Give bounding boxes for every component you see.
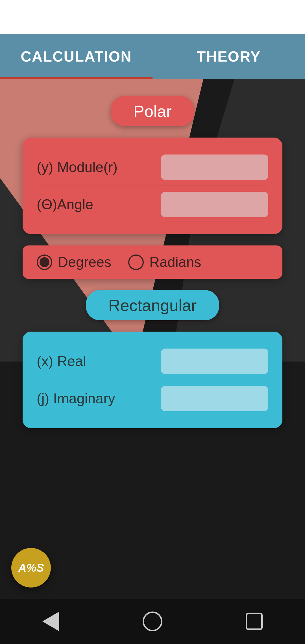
angle-unit-card: Degrees Radians [23, 245, 282, 279]
module-input[interactable] [161, 155, 268, 180]
home-icon [143, 612, 162, 631]
nav-bar [0, 599, 305, 644]
tab-bar: CALCULATION THEORY [0, 34, 305, 79]
status-bar [0, 0, 305, 34]
back-icon [42, 612, 59, 631]
angle-label: (Θ)Angle [37, 196, 93, 213]
angle-input[interactable] [161, 192, 268, 217]
radians-label: Radians [149, 254, 201, 270]
fab-label: A%S [18, 562, 44, 574]
imaginary-input[interactable] [161, 386, 268, 411]
rectangular-button[interactable]: Rectangular [86, 290, 219, 320]
radians-option[interactable]: Radians [128, 254, 201, 270]
polar-card: (y) Module(r) (Θ)Angle [23, 138, 282, 234]
real-field-row: (x) Real [37, 343, 268, 380]
nav-home-button[interactable] [141, 610, 164, 633]
tab-calculation[interactable]: CALCULATION [0, 34, 152, 79]
degrees-radio[interactable] [37, 254, 52, 270]
degrees-label: Degrees [58, 254, 111, 270]
radians-radio[interactable] [128, 254, 144, 270]
main-content: Polar (y) Module(r) (Θ)Angle Degrees Rad… [0, 79, 305, 445]
polar-button[interactable]: Polar [111, 96, 194, 126]
tab-theory[interactable]: THEORY [152, 34, 305, 79]
module-field-row: (y) Module(r) [37, 149, 268, 186]
rectangular-card: (x) Real (j) Imaginary [23, 332, 282, 428]
real-label: (x) Real [37, 353, 86, 369]
fab-button[interactable]: A%S [11, 548, 51, 588]
nav-back-button[interactable] [40, 610, 62, 633]
nav-recents-button[interactable] [243, 610, 265, 633]
module-label: (y) Module(r) [37, 159, 117, 175]
real-input[interactable] [161, 349, 268, 374]
imaginary-label: (j) Imaginary [37, 390, 115, 407]
degrees-option[interactable]: Degrees [37, 254, 111, 270]
recents-icon [246, 613, 263, 630]
angle-field-row: (Θ)Angle [37, 186, 268, 223]
imaginary-field-row: (j) Imaginary [37, 380, 268, 417]
